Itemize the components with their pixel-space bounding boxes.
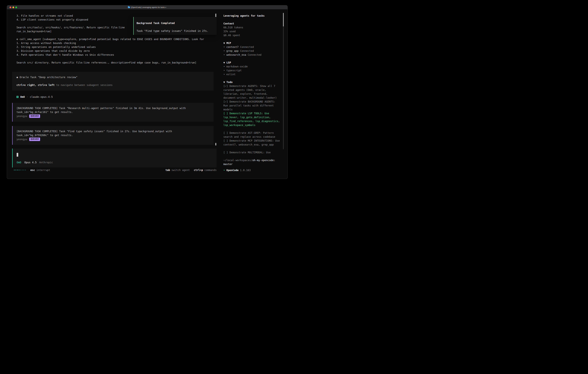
navigation-hint: ctrl+x right, ctrl+x left to navigate be… — [17, 83, 209, 87]
spinner-dot — [14, 170, 15, 170]
sidebar-scrollbar-track — [283, 13, 284, 149]
close-button[interactable] — [10, 7, 11, 8]
log-line: 1. Array access without bounds checking — [7, 41, 220, 45]
message-meta: yeongyu QUEUED — [17, 114, 209, 118]
background-task-notification: Background Task Completed Task "Find typ… — [133, 17, 217, 35]
todo-item: [ ] Demonstrate AST-GREP: Pattern search… — [223, 131, 280, 139]
lsp-item: •eslint — [223, 73, 287, 76]
oracle-task-title: Oracle Task "Deep architecture review" — [20, 76, 78, 79]
activity-spinner — [14, 170, 26, 170]
mcp-heading[interactable]: ▼ MCP — [223, 41, 287, 45]
separator-dot: · — [27, 95, 28, 98]
bullet-icon: • — [223, 65, 225, 68]
message-line: [BACKGROUND TASK COMPLETED] Task "Resear… — [17, 106, 209, 110]
hint-text: to navigate between subagent sessions — [54, 83, 112, 86]
workspace-prefix: ~/local-workspaces/ — [223, 159, 252, 162]
message-scrollbar-thumb[interactable] — [215, 143, 216, 145]
lsp-name: markdown-oxide — [226, 65, 248, 68]
status-dot-icon: • — [223, 169, 225, 172]
spinner-dot — [25, 170, 26, 170]
todo-item: [ ] Demonstrate MCP INTEGRATIONS: Use co… — [223, 139, 280, 147]
workspace-branch: master — [223, 162, 287, 166]
todo-item: [✓] Demonstrate BACKGROUND AGENTS: Run p… — [223, 100, 280, 112]
message-line: [BACKGROUND TASK COMPLETED] Task "Find t… — [17, 129, 209, 133]
background-task-message: [BACKGROUND TASK COMPLETED] Task "Find t… — [12, 126, 214, 145]
text-cursor — [17, 153, 18, 157]
app-name: OpenCode — [226, 169, 239, 172]
prompt-input[interactable]: OmO Opus 4.5 Anthropic — [12, 148, 217, 167]
context-used: 33% used — [223, 30, 287, 33]
spinner-dot — [19, 170, 19, 170]
oracle-task-title-line: ◉Oracle Task "Deep architecture review" — [17, 75, 209, 79]
session-sidebar: Leveraging agents for tasks Context 66,5… — [220, 10, 287, 179]
spinner-dot — [17, 170, 18, 170]
spinner-dot — [15, 170, 16, 170]
todo-heading[interactable]: ▼ Todo — [223, 80, 287, 84]
agent-session-header: OmO · claude-opus-4-5 — [17, 95, 220, 99]
record-icon: ◉ — [17, 76, 18, 79]
lsp-item: •typescript — [223, 69, 287, 73]
log-line: Search src/ directory. Return specific f… — [7, 61, 220, 65]
commands-key-hint: ctrl+p — [194, 169, 203, 172]
app-version-number: 1.0.163 — [240, 169, 251, 172]
message-author: yeongyu — [17, 115, 27, 118]
zoom-button[interactable] — [15, 7, 17, 8]
log-line: 2. String operations on potentially unde… — [7, 45, 220, 49]
sidebar-scrollbar-thumb[interactable] — [283, 13, 284, 26]
esc-key-label: interrupt — [36, 169, 50, 172]
workspace-repo: oh-my-opencode: — [252, 159, 275, 162]
minimize-button[interactable] — [12, 7, 14, 8]
mcp-name: grep_app — [226, 50, 239, 52]
message-meta: yeongyu QUEUED — [17, 137, 209, 141]
esc-key-hint: esc — [30, 169, 35, 172]
bullet-icon: • — [223, 73, 225, 76]
chat-main-area: 3. File handles or streams not closed 4.… — [7, 10, 220, 179]
status-left: esc interrupt — [14, 169, 50, 172]
spinner-dot — [23, 170, 24, 170]
spinner-dot — [20, 170, 21, 170]
mcp-item: •context7 Connected — [223, 45, 287, 49]
tool-call-line: ⚙call_omo_agent [subagent_type=explore, … — [7, 37, 220, 41]
bullet-icon: • — [223, 50, 225, 52]
notification-body: Task "Find type safety issues" finished … — [136, 29, 217, 33]
log-line: 4. Path operations that don't handle Win… — [7, 53, 220, 57]
tab-key-hint: tab — [165, 169, 170, 172]
notification-title: Background Task Completed — [136, 21, 217, 25]
lsp-heading[interactable]: ▼ LSP — [223, 61, 287, 65]
model-agent-name: OmO — [17, 161, 21, 164]
todo-item: [✓] Demonstrate AGENTS: Show all 7 curat… — [223, 84, 280, 100]
workspace-path: ~/local-workspaces/oh-my-opencode: — [223, 158, 280, 162]
mcp-status: Connected — [240, 50, 254, 52]
window-titlebar[interactable]: [OpenCode] Leveraging agents for tasks ◐ — [7, 5, 287, 10]
tool-call-text: call_omo_agent [subagent_type=explore, p… — [20, 38, 204, 41]
folder-icon — [128, 7, 130, 8]
mcp-status: Connected — [248, 53, 262, 56]
bullet-icon: • — [223, 53, 225, 56]
spinner-dot — [22, 170, 22, 170]
mcp-item: •websearch_exa Connected — [223, 53, 287, 57]
lsp-name: eslint — [226, 73, 236, 76]
status-bar: esc interrupt tab switch agent ctrl+p co… — [7, 168, 220, 172]
mcp-name: context7 — [226, 46, 239, 48]
queued-badge: QUEUED — [29, 137, 40, 141]
lsp-name: typescript — [226, 69, 242, 72]
mcp-name: websearch_exa — [226, 53, 246, 56]
context-heading: Context — [223, 22, 287, 26]
mcp-status: Connected — [240, 46, 254, 48]
background-task-message: [BACKGROUND TASK COMPLETED] Task "Resear… — [12, 103, 214, 122]
app-version: • OpenCode 1.0.163 — [223, 168, 251, 172]
hint-keys: ctrl+x right, ctrl+x left — [17, 83, 54, 86]
model-indicator: OmO Opus 4.5 Anthropic — [17, 160, 217, 164]
bullet-icon: • — [223, 69, 225, 72]
oracle-task-panel: ◉Oracle Task "Deep architecture review" … — [12, 72, 214, 91]
agent-model: claude-opus-4-5 — [30, 95, 53, 98]
model-provider: Anthropic — [39, 161, 53, 164]
message-line: task_id="bg_dcfac161" to get results. — [17, 110, 209, 114]
window-controls — [10, 5, 17, 9]
todo-item: [ ] Demonstrate LSP TOOLS: Use lsp_hover… — [223, 112, 280, 127]
tab-key-label: switch agent — [171, 169, 190, 172]
context-spent: $0.46 spent — [223, 33, 287, 37]
mcp-item: •grep_app Connected — [223, 49, 287, 53]
context-tokens: 66,518 tokens — [223, 26, 287, 30]
opencode-terminal-window: [OpenCode] Leveraging agents for tasks ◐… — [7, 5, 287, 179]
